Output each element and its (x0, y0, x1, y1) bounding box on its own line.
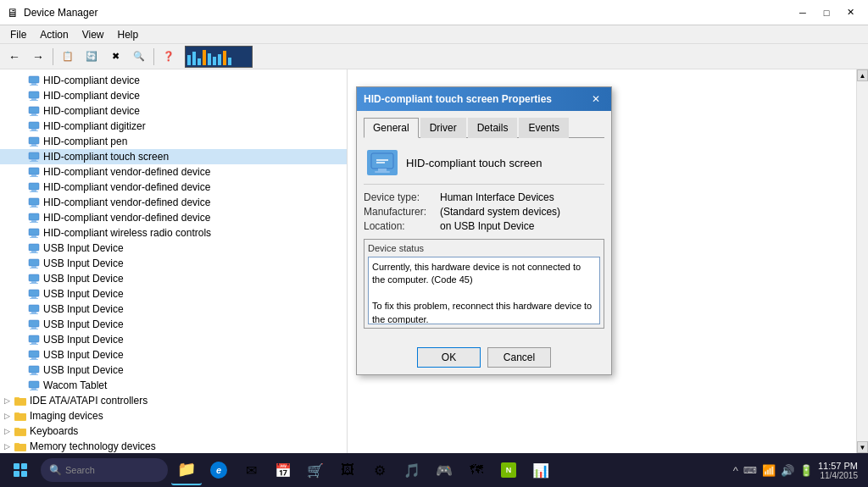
tree-item[interactable]: HID-compliant vendor-defined device (0, 195, 347, 210)
window-controls: ─ □ ✕ (792, 3, 861, 22)
tree-expander[interactable]: ▷ (0, 424, 14, 438)
tree-item[interactable]: USB Input Device (0, 332, 347, 347)
taskbar-app-games[interactable]: 🎮 (429, 455, 459, 485)
main-scrollbar[interactable]: ▲ ▼ (856, 69, 868, 453)
svg-rect-4 (31, 98, 36, 100)
taskbar-app-maps[interactable]: 🗺 (461, 455, 492, 485)
taskbar-app-edge[interactable]: e (203, 455, 234, 485)
tree-item[interactable]: HID-compliant vendor-defined device (0, 180, 347, 195)
tree-item[interactable]: USB Input Device (0, 302, 347, 317)
taskbar-app-nvidia[interactable]: N (493, 455, 524, 485)
tree-item[interactable]: HID-compliant pen (0, 134, 347, 149)
taskbar-app-mail[interactable]: ✉ (236, 455, 266, 485)
tree-item[interactable]: USB Input Device (0, 256, 347, 271)
menu-action[interactable]: Action (33, 27, 75, 42)
svg-rect-13 (31, 144, 36, 146)
tree-item[interactable]: USB Input Device (0, 286, 347, 302)
maximize-button[interactable]: □ (815, 3, 837, 22)
tree-item[interactable]: HID-compliant touch screen (0, 149, 347, 164)
taskbar-apps: 📁 e ✉ 📅 🛒 🖼 ⚙ 🎵 🎮 (171, 455, 733, 485)
svg-rect-33 (29, 244, 39, 251)
device-icon (27, 333, 41, 346)
svg-rect-7 (31, 113, 36, 115)
tree-item[interactable]: ▷Imaging devices (0, 408, 347, 423)
svg-rect-51 (29, 335, 39, 342)
taskbar: 🔍 Search 📁 e ✉ 📅 🛒 🖼 ⚙ (0, 453, 868, 487)
tree-item[interactable]: Wacom Tablet (0, 378, 347, 393)
battery-icon: 🔋 (799, 464, 813, 477)
tab-details[interactable]: Details (468, 118, 518, 138)
menu-help[interactable]: Help (111, 27, 146, 42)
update-button[interactable]: 🔄 (81, 47, 103, 67)
tree-expander[interactable]: ▷ (0, 440, 14, 453)
tree-item[interactable]: USB Input Device (0, 317, 347, 332)
uninstall-button[interactable]: ✖ (104, 47, 126, 67)
back-button[interactable]: ← (3, 47, 25, 67)
svg-rect-54 (29, 351, 39, 357)
photos-icon: 🖼 (338, 461, 357, 479)
tree-item[interactable]: HID-compliant vendor-defined device (0, 164, 347, 180)
tab-events[interactable]: Events (519, 118, 569, 138)
taskbar-app-photos[interactable]: 🖼 (332, 455, 363, 485)
taskbar-search[interactable]: 🔍 Search (41, 458, 168, 482)
device-big-icon (367, 150, 398, 175)
start-button[interactable] (3, 455, 37, 485)
tree-item-label: USB Input Device (43, 288, 124, 300)
ok-button[interactable]: OK (417, 347, 481, 368)
dialog-close-button[interactable]: ✕ (587, 91, 604, 108)
tree-item[interactable]: USB Input Device (0, 362, 347, 378)
network-icon[interactable]: 📶 (762, 464, 776, 477)
cancel-button[interactable]: Cancel (487, 347, 551, 368)
taskbar-app-settings[interactable]: ⚙ (364, 455, 395, 485)
tree-item-label: HID-compliant vendor-defined device (43, 212, 210, 224)
tree-item[interactable]: HID-compliant vendor-defined device (0, 210, 347, 225)
tray-up-arrow[interactable]: ^ (733, 464, 738, 477)
tree-item[interactable]: ▷IDE ATA/ATAPI controllers (0, 393, 347, 408)
tree-item-label: HID-compliant device (43, 105, 140, 117)
taskbar-app-music[interactable]: 🎵 (397, 455, 427, 485)
volume-icon[interactable]: 🔊 (781, 464, 794, 477)
properties-button[interactable]: 📋 (57, 47, 79, 67)
tree-item[interactable]: USB Input Device (0, 347, 347, 362)
tree-expander[interactable]: ▷ (0, 409, 14, 423)
tree-item[interactable]: USB Input Device (0, 241, 347, 256)
location-value: on USB Input Device (440, 220, 604, 232)
tree-item[interactable]: HID-compliant device (0, 73, 347, 88)
forward-button[interactable]: → (27, 47, 49, 67)
menu-view[interactable]: View (75, 27, 111, 42)
minimize-button[interactable]: ─ (792, 3, 814, 22)
taskbar-app-file-explorer[interactable]: 📁 (171, 455, 202, 485)
taskbar-app-calendar[interactable]: 📅 (268, 455, 298, 485)
svg-rect-25 (31, 205, 36, 207)
tree-item[interactable]: ▷Keyboards (0, 423, 347, 439)
tree-item[interactable]: HID-compliant wireless radio controls (0, 225, 347, 241)
location-row: Location: on USB Input Device (364, 220, 604, 232)
svg-rect-34 (31, 251, 36, 252)
taskbar-app-store[interactable]: 🛒 (300, 455, 331, 485)
device-icon (27, 363, 41, 377)
tree-item[interactable]: ▷Memory technology devices (0, 439, 347, 453)
tree-item[interactable]: HID-compliant device (0, 88, 347, 103)
svg-rect-35 (30, 252, 38, 253)
tree-item[interactable]: HID-compliant device (0, 103, 347, 119)
tree-item-label: USB Input Device (43, 257, 124, 269)
close-button[interactable]: ✕ (839, 3, 861, 22)
dialog-device-name: HID-compliant touch screen (406, 157, 542, 169)
tree-item[interactable]: USB Input Device (0, 271, 347, 286)
scan-button[interactable]: 🔍 (128, 47, 150, 67)
taskbar-app-task-manager[interactable]: 📊 (526, 455, 556, 485)
device-icon (27, 287, 41, 301)
tab-driver[interactable]: Driver (420, 118, 466, 138)
tree-expander[interactable]: ▷ (0, 394, 14, 407)
windows-logo (14, 463, 27, 477)
svg-rect-14 (30, 146, 38, 147)
tree-item[interactable]: HID-compliant digitizer (0, 119, 347, 134)
dialog-title-bar: HID-compliant touch screen Properties ✕ (357, 87, 611, 111)
device-tree[interactable]: HID-compliant deviceHID-compliant device… (0, 69, 348, 453)
menu-file[interactable]: File (3, 27, 33, 42)
tree-item-label: IDE ATA/ATAPI controllers (30, 395, 147, 407)
help-button[interactable]: ❓ (158, 47, 180, 67)
maps-icon: 🗺 (467, 461, 486, 479)
svg-rect-2 (30, 85, 38, 86)
tab-general[interactable]: General (364, 118, 419, 138)
